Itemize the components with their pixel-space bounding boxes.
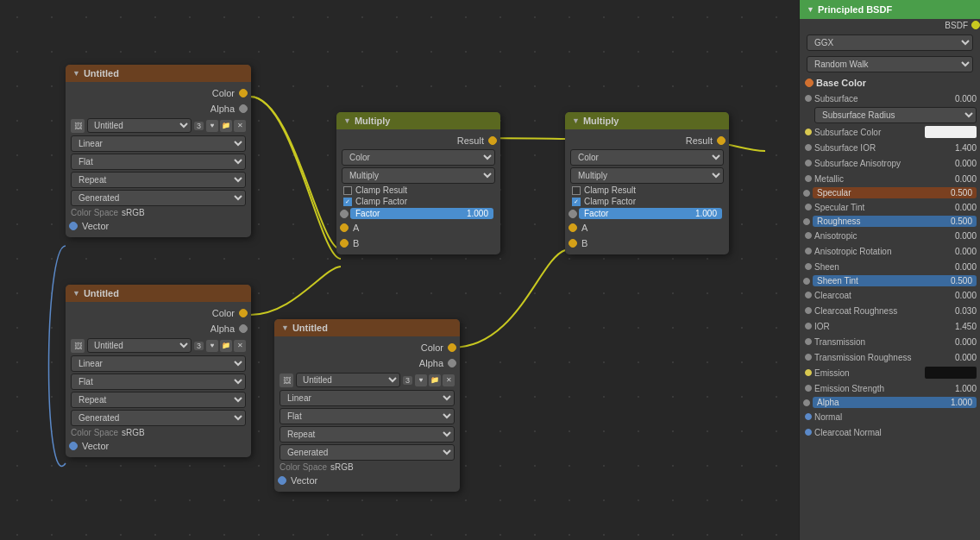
clamp-result-cb1[interactable] xyxy=(343,186,352,195)
aniso-socket[interactable] xyxy=(805,232,812,239)
image-select[interactable]: Untitled xyxy=(87,118,192,133)
alpha-bar[interactable]: Alpha 1.000 xyxy=(813,397,977,408)
distribution-select[interactable]: GGX xyxy=(807,35,973,51)
node-multiply1-header[interactable]: ▼ Multiply xyxy=(336,112,500,129)
generated-select3[interactable]: Generated xyxy=(280,444,455,461)
heart-icon[interactable]: ♥ xyxy=(206,120,218,132)
factor-socket2[interactable] xyxy=(569,210,577,218)
sheen-tint-bar[interactable]: Sheen Tint 0.500 xyxy=(813,275,977,286)
node-untitled2[interactable]: ▼ Untitled Color Alpha 🖼 Untitled 3 ♥ 📁 xyxy=(66,285,251,457)
factor-bar1[interactable]: Factor 1.000 xyxy=(350,208,493,219)
aniso-rot-socket[interactable] xyxy=(805,248,812,254)
emission-strength-socket[interactable] xyxy=(805,385,812,392)
ior-s-socket[interactable] xyxy=(805,144,812,151)
subsurface-color-socket[interactable] xyxy=(805,129,812,135)
cc-normal-socket[interactable] xyxy=(805,429,812,436)
principled-bsdf-header[interactable]: ▼ Principled BSDF xyxy=(800,0,980,19)
node-untitled2-header[interactable]: ▼ Untitled xyxy=(66,285,251,302)
clamp-factor-cb1[interactable] xyxy=(343,198,352,206)
blend-select1[interactable]: Multiply xyxy=(342,167,495,184)
generated-select2[interactable]: Generated xyxy=(71,410,246,426)
vector-socket[interactable] xyxy=(69,222,78,230)
interpolation-select[interactable]: Linear xyxy=(71,135,246,152)
a-socket1[interactable] xyxy=(340,223,349,232)
alpha-bsdf-socket[interactable] xyxy=(803,399,810,406)
clamp-result-cb2[interactable] xyxy=(572,186,581,195)
color-socket2[interactable] xyxy=(239,309,248,317)
close-icon2[interactable]: ✕ xyxy=(234,340,246,352)
heart-icon3[interactable]: ♥ xyxy=(415,374,427,386)
node-untitled3[interactable]: ▼ Untitled Color Alpha 🖼 Untitled 3 ♥ 📁 xyxy=(274,319,460,492)
repeat-select[interactable]: Repeat xyxy=(71,172,246,188)
cc-roughness-socket[interactable] xyxy=(805,307,812,314)
generated-select[interactable]: Generated xyxy=(71,190,246,206)
factor-bar2[interactable]: Factor 1.000 xyxy=(579,208,722,219)
subsurface-socket[interactable] xyxy=(805,95,812,102)
normal-socket[interactable] xyxy=(805,413,812,420)
b-socket1[interactable] xyxy=(340,239,349,248)
color-mode-select1[interactable]: Color xyxy=(342,149,495,166)
collapse-arrow[interactable]: ▼ xyxy=(72,69,80,78)
color-socket3[interactable] xyxy=(448,343,456,352)
clamp-factor-cb2[interactable] xyxy=(572,198,581,206)
sheen-tint-socket[interactable] xyxy=(803,278,810,285)
alpha-socket2[interactable] xyxy=(239,324,248,333)
b-socket2[interactable] xyxy=(569,239,577,248)
sub-aniso-socket[interactable] xyxy=(805,160,812,166)
node-untitled1[interactable]: ▼ Untitled Color Alpha 🖼 Untitled 3 ♥ 📁 xyxy=(66,65,251,237)
result-socket2[interactable] xyxy=(717,136,726,145)
color-socket[interactable] xyxy=(239,89,248,97)
node-untitled3-header[interactable]: ▼ Untitled xyxy=(274,319,460,336)
extension-select2[interactable]: Flat xyxy=(71,374,246,390)
trans-roughness-socket[interactable] xyxy=(805,354,812,361)
subsurface-radius-select[interactable]: Subsurface Radius xyxy=(814,107,977,123)
close-icon3[interactable]: ✕ xyxy=(443,374,455,386)
transmission-socket[interactable] xyxy=(805,338,812,345)
extension-select[interactable]: Flat xyxy=(71,154,246,170)
color-mode-select2[interactable]: Color xyxy=(570,149,724,166)
node-multiply1[interactable]: ▼ Multiply Result Color Multiply Clamp R… xyxy=(336,112,500,254)
specular-bar[interactable]: Specular 0.500 xyxy=(813,187,977,198)
roughness-socket[interactable] xyxy=(803,218,810,225)
folder-icon3[interactable]: 📁 xyxy=(429,374,441,386)
bsdf-output-socket[interactable] xyxy=(971,21,980,29)
image-select3[interactable]: Untitled xyxy=(296,373,400,387)
a-socket2[interactable] xyxy=(569,223,577,232)
heart-icon2[interactable]: ♥ xyxy=(206,340,218,352)
subsurface-color-swatch[interactable] xyxy=(925,126,977,138)
image-select2[interactable]: Untitled xyxy=(87,338,192,353)
close-icon[interactable]: ✕ xyxy=(234,120,246,132)
blend-select2[interactable]: Multiply xyxy=(570,167,724,184)
subsurface-method-select[interactable]: Random Walk xyxy=(807,56,973,72)
base-color-socket[interactable] xyxy=(805,78,814,87)
sheen-socket[interactable] xyxy=(805,263,812,270)
node-multiply2-header[interactable]: ▼ Multiply xyxy=(565,112,729,129)
ior-socket[interactable] xyxy=(805,323,812,330)
vector-socket3[interactable] xyxy=(278,476,286,485)
folder-icon[interactable]: 📁 xyxy=(220,120,232,132)
node-untitled1-header[interactable]: ▼ Untitled xyxy=(66,65,251,82)
collapse-arrow-m1[interactable]: ▼ xyxy=(343,116,351,125)
emission-socket[interactable] xyxy=(805,369,812,376)
collapse-arrow-bsdf[interactable]: ▼ xyxy=(807,5,814,14)
interpolation-select3[interactable]: Linear xyxy=(280,390,455,406)
factor-socket1[interactable] xyxy=(340,210,349,218)
metallic-socket[interactable] xyxy=(805,175,812,182)
folder-icon2[interactable]: 📁 xyxy=(220,340,232,352)
collapse-arrow-m2[interactable]: ▼ xyxy=(572,116,580,125)
repeat-select2[interactable]: Repeat xyxy=(71,392,246,408)
specular-socket[interactable] xyxy=(803,190,810,197)
collapse-arrow3[interactable]: ▼ xyxy=(281,323,289,332)
vector-socket2[interactable] xyxy=(69,442,78,450)
result-socket1[interactable] xyxy=(488,136,497,145)
emission-swatch[interactable] xyxy=(925,367,977,379)
roughness-bar[interactable]: Roughness 0.500 xyxy=(813,216,977,227)
specular-tint-socket[interactable] xyxy=(805,204,812,210)
node-multiply2[interactable]: ▼ Multiply Result Color Multiply Clamp R… xyxy=(565,112,729,254)
alpha-socket3[interactable] xyxy=(448,359,456,367)
repeat-select3[interactable]: Repeat xyxy=(280,426,455,443)
alpha-socket[interactable] xyxy=(239,104,248,113)
interpolation-select2[interactable]: Linear xyxy=(71,355,246,372)
extension-select3[interactable]: Flat xyxy=(280,408,455,424)
collapse-arrow2[interactable]: ▼ xyxy=(72,289,80,298)
